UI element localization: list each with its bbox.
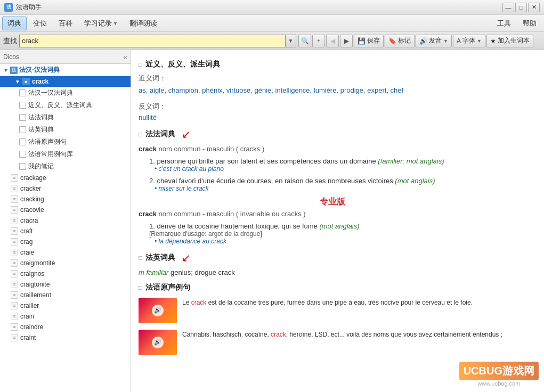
audio-item-2: 🔊 Cannabis, haschisch, cocaïne, crack, h… — [139, 330, 537, 355]
list-item-craie[interactable]: ≡ craie — [0, 247, 131, 258]
sub-item-icon — [19, 126, 26, 133]
word-label: crackage — [20, 174, 46, 182]
menu-item-tools[interactable]: 工具 — [492, 17, 516, 30]
sidebar-item-fahan[interactable]: 法汉一汉法词典 — [0, 87, 131, 99]
menu-item-conjugation[interactable]: 变位 — [28, 17, 52, 30]
sidebar-item-notes[interactable]: 我的笔记 — [0, 160, 131, 173]
menu-bar: 词典 变位 百科 学习记录 ▼ 翻译朗读 工具 帮助 — [0, 15, 544, 32]
tree-selected-label: crack — [32, 78, 48, 85]
list-item-craillement[interactable]: ≡ craillement — [0, 290, 131, 300]
back-button[interactable]: ◀ — [326, 35, 339, 47]
menu-item-help[interactable]: 帮助 — [517, 17, 542, 30]
sidebar-item-fafa[interactable]: 法法词典 — [0, 111, 131, 124]
sidebar-item-jinyi[interactable]: 近义、反义、派生词典 — [0, 99, 131, 111]
annotation-arrow-2: ↙ — [182, 251, 191, 264]
forward-button[interactable]: ▶ — [340, 35, 353, 47]
audio-thumbnail-2: 🔊 — [139, 330, 177, 355]
list-item-cracra[interactable]: ≡ cracra — [0, 215, 131, 226]
list-item-cracovie[interactable]: ≡ cracovie — [0, 205, 131, 215]
collapse-button[interactable]: « — [123, 53, 127, 61]
en-dict-words: genius; drogue crack — [170, 268, 235, 276]
synonym-words: as, aigle, champion, phénix, virtuose, g… — [139, 85, 537, 96]
synonym-section-title: 近义、反义、派生词典 — [145, 60, 220, 69]
sub-item-label: 法法词典 — [28, 113, 54, 122]
sidebar-item-faen[interactable]: 法英词典 — [0, 124, 131, 136]
word-icon: ≡ — [11, 291, 18, 299]
synonym-section-header[interactable]: □ 近义、反义、派生词典 — [139, 60, 537, 69]
audio-play-button-2[interactable]: 🔊 — [152, 337, 164, 348]
tree-selected-toggle: ▼ — [15, 79, 20, 85]
pronunciation-button[interactable]: 🔊 发音 ▼ — [416, 35, 452, 47]
search-bar: 查找 ▼ 🔍 + ◀ ▶ 💾 🔍 保存 🔖 标记 🔊 发音 ▼ A 字体 ▼ ★ — [0, 32, 544, 50]
word-icon: ≡ — [11, 323, 18, 331]
search-button[interactable]: 🔍 — [298, 35, 311, 47]
menu-item-translate[interactable]: 翻译朗读 — [124, 17, 163, 30]
def-label-1-1: (familier; mot anglais) — [378, 157, 444, 165]
list-item-crailler[interactable]: ≡ crailler — [0, 300, 131, 311]
list-item-craigmontite[interactable]: ≡ craigmontite — [0, 258, 131, 268]
list-item-crain[interactable]: ≡ crain — [0, 311, 131, 322]
left-panel-header: Dicos « — [0, 50, 131, 64]
list-item-cracker[interactable]: ≡ cracker — [0, 183, 131, 194]
audio-toggle-icon: □ — [139, 284, 142, 291]
audio-play-button-1[interactable]: 🔊 — [152, 305, 164, 316]
word-icon: ≡ — [11, 206, 18, 214]
list-item-cracking[interactable]: ≡ cracking — [0, 194, 131, 205]
definition-list-1: 1. personne qui brille par son talent et… — [149, 157, 537, 192]
word-icon: ≡ — [11, 281, 18, 288]
sub-item-icon — [19, 163, 26, 170]
sub-item-label: 法英词典 — [28, 125, 54, 134]
sub-item-icon — [19, 114, 26, 121]
minimize-button[interactable]: — — [502, 3, 514, 12]
bookmark-button[interactable]: 🔖 标记 — [385, 35, 415, 47]
def-label-2-1: (mot anglais) — [319, 222, 359, 230]
annotation-arrow-1: ↙ — [182, 128, 191, 141]
font-dropdown-icon: ▼ — [477, 38, 482, 44]
list-item-craft[interactable]: ≡ craft — [0, 226, 131, 236]
list-item-crag[interactable]: ≡ crag — [0, 236, 131, 247]
save-icon: 💾 — [358, 37, 366, 45]
french-dict-header[interactable]: □ 法法词典 ↙ — [139, 128, 537, 141]
word-entry-1: crack nom commun - masculin ( cracks ) — [139, 145, 537, 153]
word-label: crag — [20, 238, 33, 246]
search-zoom-button[interactable]: + — [312, 35, 325, 47]
word-label: craigmontite — [20, 259, 55, 267]
antonym-label: 反义词： — [139, 102, 537, 111]
entry2-plural: ( invariable ou cracks ) — [236, 210, 306, 218]
close-button[interactable]: ✕ — [528, 3, 540, 12]
list-item-craigtonite[interactable]: ≡ craigtonite — [0, 279, 131, 290]
list-item-crackage[interactable]: ≡ crackage — [0, 173, 131, 183]
french-dict-title: 法法词典 — [145, 129, 175, 139]
menu-item-dictionary[interactable]: 词典 — [2, 17, 27, 30]
list-item-craint[interactable]: ≡ craint — [0, 332, 131, 343]
en-dict-familiar: familiar — [146, 268, 168, 276]
def-note-2-1: [Remarque d'usage: argot de la drogue] — [149, 230, 537, 238]
font-button[interactable]: A 字体 ▼ — [453, 35, 485, 47]
menu-right: 工具 帮助 — [492, 17, 542, 30]
save-button[interactable]: 💾 🔍 保存 — [354, 35, 384, 47]
word-icon: ≡ — [11, 334, 18, 341]
sidebar-item-phrases[interactable]: 法语常用例句库 — [0, 148, 131, 160]
tree-root-item[interactable]: ▼ 法 法汉-汉法词典 — [0, 64, 131, 76]
audio-item-1: 🔊 Le crack est de la cocaïne très pure, … — [139, 298, 537, 323]
tree-selected-item[interactable]: ▼ ■ crack — [0, 76, 131, 87]
menu-item-learning[interactable]: 学习记录 ▼ — [79, 17, 123, 30]
sub-item-icon — [19, 138, 26, 145]
word-icon: ≡ — [11, 259, 18, 267]
en-dict-m: m — [139, 268, 144, 276]
search-dropdown-button[interactable]: ▼ — [285, 35, 296, 47]
tree-root-icon: 法 — [10, 67, 18, 74]
list-item-craignos[interactable]: ≡ craignos — [0, 268, 131, 279]
sub-item-label: 近义、反义、派生词典 — [28, 101, 92, 110]
word-icon: ≡ — [11, 185, 18, 192]
def-text-1-1: personne qui brille par son talent et se… — [157, 157, 378, 165]
maximize-button[interactable]: □ — [515, 3, 527, 12]
english-dict-header[interactable]: □ 法英词典 ↙ — [139, 251, 537, 264]
sidebar-item-audio[interactable]: 法语原声例句 — [0, 136, 131, 148]
word-label: cracra — [20, 217, 38, 224]
search-input[interactable] — [20, 35, 285, 47]
add-word-button[interactable]: ★ 加入生词本 — [486, 35, 533, 47]
audio-section-header[interactable]: □ 法语原声例句 — [139, 283, 537, 292]
list-item-craindre[interactable]: ≡ craindre — [0, 322, 131, 332]
menu-item-encyclopedia[interactable]: 百科 — [53, 17, 78, 30]
